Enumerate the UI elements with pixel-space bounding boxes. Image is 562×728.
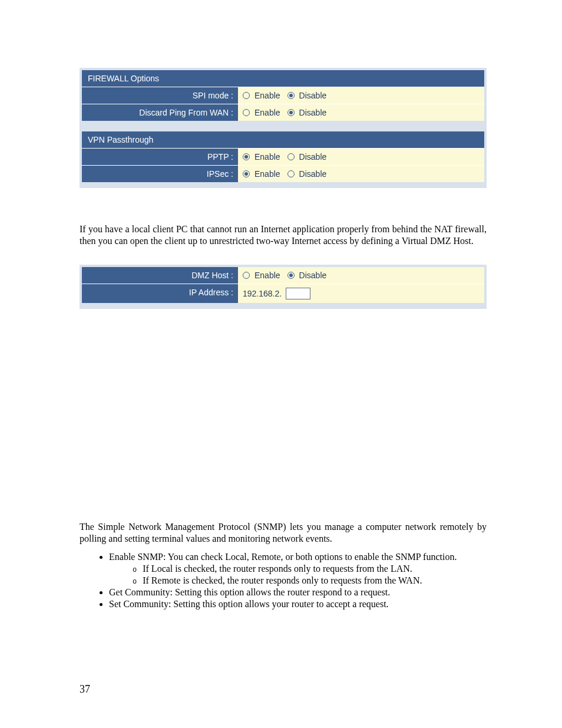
dmz-ip-prefix: 192.168.2. (243, 289, 282, 298)
dmz-ip-row: IP Address : 192.168.2. (82, 284, 484, 303)
discard-enable-radio[interactable] (243, 109, 250, 116)
dmz-panel: DMZ Host : Enable Disable IP Address : 1… (80, 265, 487, 309)
ipsec-enable-label: Enable (254, 169, 280, 179)
spi-label: SPI mode : (82, 87, 238, 104)
dmz-enable-label: Enable (254, 271, 280, 280)
discard-disable-radio[interactable] (287, 109, 295, 116)
ipsec-row: IPSec : Enable Disable (82, 165, 484, 182)
pptp-disable-label: Disable (299, 152, 327, 162)
pptp-enable-radio[interactable] (243, 153, 250, 160)
ipsec-disable-label: Disable (299, 169, 327, 179)
snmp-sub-local: If Local is checked, the router responds… (133, 564, 487, 574)
dmz-host-value: Enable Disable (238, 267, 484, 284)
dmz-host-row: DMZ Host : Enable Disable (82, 267, 484, 284)
spi-value: Enable Disable (238, 87, 484, 104)
snmp-sub-bullets: If Local is checked, the router responds… (133, 564, 487, 586)
vpn-header: VPN Passthrough (82, 131, 484, 148)
pptp-enable-label: Enable (254, 152, 280, 162)
pptp-row: PPTP : Enable Disable (82, 148, 484, 165)
snmp-sub-remote: If Remote is checked, the router respond… (133, 575, 487, 586)
ipsec-enable-radio[interactable] (243, 170, 250, 177)
dmz-ip-label: IP Address : (82, 284, 238, 303)
pptp-value: Enable Disable (238, 149, 484, 165)
snmp-bullets: Enable SNMP: You can check Local, Remote… (109, 552, 487, 610)
snmp-bullet-get: Get Community: Setting this option allow… (109, 587, 487, 598)
spi-enable-radio[interactable] (243, 92, 250, 99)
dmz-disable-label: Disable (299, 271, 327, 280)
snmp-bullet-enable: Enable SNMP: You can check Local, Remote… (109, 552, 487, 586)
dmz-host-label: DMZ Host : (82, 267, 238, 284)
spi-row: SPI mode : Enable Disable (82, 87, 484, 104)
snmp-bullet-enable-text: Enable SNMP: You can check Local, Remote… (109, 552, 457, 562)
discard-row: Discard Ping From WAN : Enable Disable (82, 104, 484, 121)
spi-enable-label: Enable (254, 91, 280, 100)
snmp-bullet-set: Set Community: Setting this option allow… (109, 599, 487, 610)
ipsec-label: IPSec : (82, 166, 238, 182)
discard-value: Enable Disable (238, 104, 484, 121)
discard-label: Discard Ping From WAN : (82, 104, 238, 121)
spi-disable-label: Disable (299, 91, 327, 100)
page-number: 37 (80, 683, 90, 696)
ipsec-value: Enable Disable (238, 166, 484, 182)
ipsec-disable-radio[interactable] (287, 170, 295, 177)
dmz-ip-input[interactable] (286, 288, 310, 299)
pptp-label: PPTP : (82, 149, 238, 165)
pptp-disable-radio[interactable] (287, 153, 295, 160)
discard-disable-label: Disable (299, 108, 327, 117)
firewall-panel: FIREWALL Options SPI mode : Enable Disab… (80, 68, 487, 188)
discard-enable-label: Enable (254, 108, 280, 117)
dmz-disable-radio[interactable] (287, 272, 295, 279)
panel-gap (82, 121, 484, 131)
dmz-enable-radio[interactable] (243, 272, 250, 279)
dmz-intro: If you have a local client PC that canno… (80, 223, 487, 247)
spi-disable-radio[interactable] (287, 92, 295, 99)
firewall-header: FIREWALL Options (82, 70, 484, 87)
dmz-ip-value: 192.168.2. (238, 284, 484, 303)
snmp-intro: The Simple Network Management Protocol (… (80, 521, 487, 545)
